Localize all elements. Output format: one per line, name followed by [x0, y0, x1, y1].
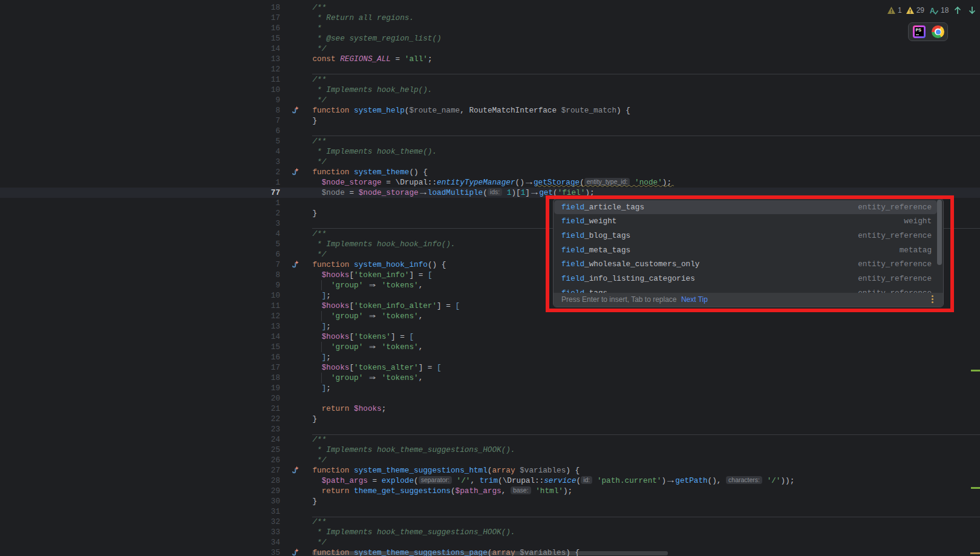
svg-text:A: A — [930, 7, 935, 15]
